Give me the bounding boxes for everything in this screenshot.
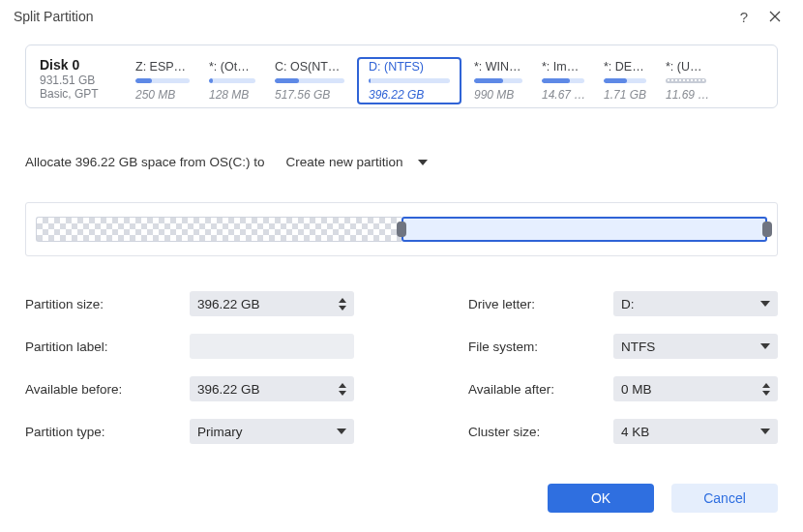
available-after-field[interactable]: 0 MB <box>613 376 778 401</box>
partition-size: 990 MB <box>474 88 522 102</box>
partition-label: *: (Oth… <box>209 60 255 74</box>
drive-letter-label: Drive letter: <box>468 297 613 311</box>
dialog-footer: OK Cancel <box>548 484 778 513</box>
partition-size: 1.71 GB <box>604 88 646 102</box>
partition-item[interactable]: Z: ESP…250 MB <box>129 57 196 104</box>
spinner-icon[interactable] <box>339 383 346 396</box>
allocate-text: Allocate 396.22 GB space from OS(C:) to <box>25 155 265 169</box>
partition-size: 128 MB <box>209 88 255 102</box>
file-system-select[interactable]: NTFS <box>613 334 778 359</box>
partition-usage-bar <box>369 78 450 83</box>
disk-type: Basic, GPT <box>40 87 123 101</box>
partition-label: *: DEL… <box>604 60 646 74</box>
cluster-size-select[interactable]: 4 KB <box>613 419 778 444</box>
chevron-down-icon <box>760 343 770 349</box>
slider-left-region <box>36 217 402 242</box>
disk-card: Disk 0 931.51 GB Basic, GPT Z: ESP…250 M… <box>25 44 778 108</box>
partition-label: *: Ima… <box>542 60 584 74</box>
allocate-target-value: Create new partition <box>286 155 403 169</box>
partition-usage-bar <box>135 78 190 83</box>
form-grid: Partition size: 396.22 GB Drive letter: … <box>25 291 778 444</box>
spinner-icon[interactable] <box>762 383 770 396</box>
cancel-button[interactable]: Cancel <box>671 484 778 513</box>
partition-item[interactable]: *: WIN…990 MB <box>467 57 529 104</box>
partition-item[interactable]: *: (Un…11.69 … <box>659 57 713 104</box>
partition-size: 517.56 GB <box>275 88 344 102</box>
partition-label-label: Partition label: <box>25 340 190 354</box>
close-icon[interactable] <box>760 2 789 31</box>
partition-label: C: OS(NTFS) <box>275 60 344 74</box>
partition-label: *: (Un… <box>666 60 706 74</box>
slider-right-region <box>402 217 767 242</box>
slider-handle-right[interactable] <box>762 222 772 237</box>
partition-item[interactable]: C: OS(NTFS)517.56 GB <box>268 57 351 104</box>
partition-type-label: Partition type: <box>25 425 190 439</box>
chevron-down-icon <box>760 301 770 307</box>
chevron-down-icon <box>760 429 770 434</box>
partition-label: D: (NTFS) <box>369 60 450 74</box>
size-slider[interactable] <box>25 202 778 256</box>
chevron-down-icon <box>418 160 428 165</box>
allocate-target-select[interactable]: Create new partition <box>275 149 440 175</box>
help-icon[interactable]: ? <box>729 2 758 31</box>
partition-usage-bar <box>474 78 522 83</box>
partition-usage-bar <box>209 78 255 83</box>
partition-usage-bar <box>542 78 584 83</box>
disk-capacity: 931.51 GB <box>40 74 123 87</box>
partition-size-label: Partition size: <box>25 297 190 311</box>
window-title: Split Partition <box>14 9 93 24</box>
available-before-field[interactable]: 396.22 GB <box>190 376 354 401</box>
partition-label: Z: ESP… <box>135 60 190 74</box>
partition-label-field[interactable] <box>190 334 354 359</box>
partition-item[interactable]: *: Ima…14.67 … <box>535 57 591 104</box>
slider-handle-left[interactable] <box>397 222 406 237</box>
chevron-down-icon <box>337 429 346 434</box>
partition-label: *: WIN… <box>474 60 522 74</box>
ok-button[interactable]: OK <box>548 484 654 513</box>
partition-usage-bar <box>275 78 344 83</box>
partition-size: 396.22 GB <box>369 88 450 102</box>
available-after-label: Available after: <box>468 382 613 397</box>
partition-list: Z: ESP…250 MB*: (Oth…128 MBC: OS(NTFS)51… <box>129 57 765 104</box>
disk-name: Disk 0 <box>40 57 123 73</box>
drive-letter-select[interactable]: D: <box>613 291 778 316</box>
partition-item[interactable]: D: (NTFS)396.22 GB <box>357 57 461 104</box>
partition-item[interactable]: *: DEL…1.71 GB <box>597 57 653 104</box>
allocate-row: Allocate 396.22 GB space from OS(C:) to … <box>25 149 778 175</box>
available-before-label: Available before: <box>25 382 190 397</box>
partition-usage-bar <box>666 78 706 83</box>
partition-type-select[interactable]: Primary <box>190 419 354 444</box>
title-bar: Split Partition ? <box>0 0 803 33</box>
disk-info: Disk 0 931.51 GB Basic, GPT <box>40 57 129 101</box>
partition-size: 250 MB <box>135 88 190 102</box>
partition-size: 14.67 … <box>542 88 584 102</box>
cluster-size-label: Cluster size: <box>468 425 613 439</box>
partition-usage-bar <box>604 78 646 83</box>
partition-size: 11.69 … <box>666 88 706 102</box>
file-system-label: File system: <box>468 340 613 354</box>
partition-size-field[interactable]: 396.22 GB <box>190 291 354 316</box>
spinner-icon[interactable] <box>339 298 346 310</box>
partition-item[interactable]: *: (Oth…128 MB <box>202 57 262 104</box>
